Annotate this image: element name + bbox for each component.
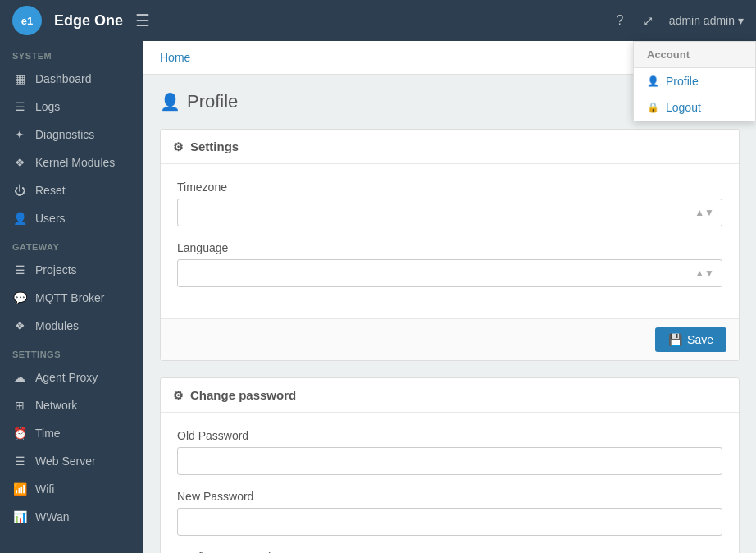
settings-card-footer: 💾 Save (161, 318, 739, 360)
sidebar-label-agent-proxy: Agent Proxy (35, 371, 98, 384)
sidebar-label-modules: Modules (35, 319, 79, 332)
sidebar-item-mqtt-broker[interactable]: 💬 MQTT Broker (0, 284, 143, 312)
sidebar-section-gateway: Gateway (0, 232, 143, 256)
language-label: Language (177, 241, 722, 254)
breadcrumb-home[interactable]: Home (160, 51, 190, 64)
diagnostics-icon: ✦ (12, 128, 27, 141)
sidebar-item-wifi[interactable]: 📶 Wifi (0, 475, 143, 503)
user-menu[interactable]: admin admin ▾ (669, 14, 744, 27)
old-password-group: Old Password (177, 429, 722, 475)
page-title-text: Profile (187, 91, 238, 112)
navbar: e1 Edge One ☰ ? ⤢ admin admin ▾ Account … (0, 0, 756, 41)
settings-card-body: Timezone ▲▼ Language (161, 164, 739, 318)
password-header-icon: ⚙ (173, 389, 184, 402)
old-password-input[interactable] (177, 447, 722, 475)
modules-icon: ❖ (12, 319, 27, 332)
language-group: Language ▲▼ (177, 241, 722, 287)
network-icon: ⊞ (12, 399, 27, 412)
sidebar-label-users: Users (35, 212, 66, 225)
sidebar-label-diagnostics: Diagnostics (35, 128, 94, 141)
projects-icon: ☰ (12, 263, 27, 276)
sidebar-label-web-server: Web Server (35, 455, 96, 468)
sidebar-item-diagnostics[interactable]: ✦ Diagnostics (0, 121, 143, 149)
sidebar-label-reset: Reset (35, 184, 66, 197)
sidebar-item-agent-proxy[interactable]: ☁ Agent Proxy (0, 363, 143, 391)
password-card-body: Old Password New Password Confirm Passwo… (161, 413, 739, 553)
sidebar-item-modules[interactable]: ❖ Modules (0, 312, 143, 340)
brand-logo: e1 (12, 6, 42, 35)
kernel-modules-icon: ❖ (12, 156, 27, 169)
web-server-icon: ☰ (12, 455, 27, 468)
dropdown-header: Account (634, 42, 755, 68)
sidebar-section-settings: Settings (0, 340, 143, 363)
dropdown-item-logout[interactable]: 🔒 Logout (634, 94, 755, 121)
dropdown-logout-label: Logout (666, 101, 701, 114)
page-body: 👤 Profile ⚙ Settings Timezone (143, 75, 756, 553)
wifi-icon: 📶 (12, 482, 27, 496)
user-label: admin admin (669, 14, 735, 27)
settings-header-label: Settings (190, 139, 239, 153)
sidebar-label-logs: Logs (35, 100, 60, 113)
dashboard-icon: ▦ (12, 72, 27, 85)
sidebar-item-kernel-modules[interactable]: ❖ Kernel Modules (0, 149, 143, 176)
agent-proxy-icon: ☁ (12, 371, 27, 384)
mqtt-icon: 💬 (12, 291, 27, 304)
timezone-select[interactable] (177, 199, 722, 226)
new-password-label: New Password (177, 490, 722, 503)
settings-card-header: ⚙ Settings (161, 130, 739, 164)
reset-icon: ⏻ (12, 184, 27, 197)
save-icon: 💾 (668, 333, 682, 346)
sidebar-label-kernel-modules: Kernel Modules (35, 156, 115, 169)
sidebar-item-users[interactable]: 👤 Users (0, 204, 143, 232)
sidebar-item-logs[interactable]: ☰ Logs (0, 93, 143, 121)
sidebar-item-web-server[interactable]: ☰ Web Server (0, 447, 143, 475)
fullscreen-icon[interactable]: ⤢ (640, 12, 657, 29)
timezone-label: Timezone (177, 181, 722, 194)
sidebar-item-time[interactable]: ⏰ Time (0, 419, 143, 447)
sidebar-label-projects: Projects (35, 263, 77, 276)
new-password-input[interactable] (177, 508, 722, 536)
password-card: ⚙ Change password Old Password New Passw… (160, 377, 740, 553)
sidebar-item-wwan[interactable]: 📊 WWan (0, 503, 143, 531)
navbar-right: ? ⤢ admin admin ▾ (612, 12, 744, 29)
language-select-wrapper: ▲▼ (177, 259, 722, 287)
page-title-icon: 👤 (160, 92, 180, 112)
logout-icon: 🔒 (647, 102, 659, 113)
users-icon: 👤 (12, 212, 27, 225)
account-dropdown: Account 👤 Profile 🔒 Logout (633, 41, 756, 121)
profile-icon: 👤 (647, 75, 659, 87)
sidebar-label-time: Time (35, 427, 61, 440)
navbar-left: e1 Edge One ☰ (12, 6, 150, 35)
help-icon[interactable]: ? (612, 12, 628, 29)
wwan-icon: 📊 (12, 510, 27, 523)
settings-header-icon: ⚙ (173, 140, 184, 153)
sidebar-label-wwan: WWan (35, 510, 69, 523)
sidebar-label-wifi: Wifi (35, 482, 54, 496)
sidebar-item-reset[interactable]: ⏻ Reset (0, 176, 143, 204)
timezone-select-wrapper: ▲▼ (177, 199, 722, 226)
sidebar-item-projects[interactable]: ☰ Projects (0, 256, 143, 284)
save-button[interactable]: 💾 Save (655, 327, 726, 352)
save-label: Save (687, 333, 713, 346)
sidebar-label-mqtt-broker: MQTT Broker (35, 291, 105, 304)
sidebar-label-network: Network (35, 399, 77, 412)
password-card-header: ⚙ Change password (161, 378, 739, 413)
sidebar-section-system: System (0, 41, 143, 65)
sidebar-item-dashboard[interactable]: ▦ Dashboard (0, 65, 143, 93)
sidebar-toggle[interactable]: ☰ (135, 11, 150, 30)
logs-icon: ☰ (12, 100, 27, 113)
sidebar-item-network[interactable]: ⊞ Network (0, 391, 143, 419)
sidebar-label-dashboard: Dashboard (35, 72, 92, 85)
new-password-group: New Password (177, 490, 722, 536)
password-header-label: Change password (190, 388, 296, 402)
language-select[interactable] (177, 259, 722, 287)
settings-card: ⚙ Settings Timezone ▲▼ Langu (160, 129, 740, 361)
brand-name: Edge One (54, 12, 123, 30)
sidebar: System ▦ Dashboard ☰ Logs ✦ Diagnostics … (0, 41, 143, 553)
dropdown-profile-label: Profile (666, 75, 699, 88)
dropdown-item-profile[interactable]: 👤 Profile (634, 68, 755, 94)
time-icon: ⏰ (12, 427, 27, 440)
timezone-group: Timezone ▲▼ (177, 181, 722, 226)
old-password-label: Old Password (177, 429, 722, 442)
caret-icon: ▾ (738, 14, 744, 27)
